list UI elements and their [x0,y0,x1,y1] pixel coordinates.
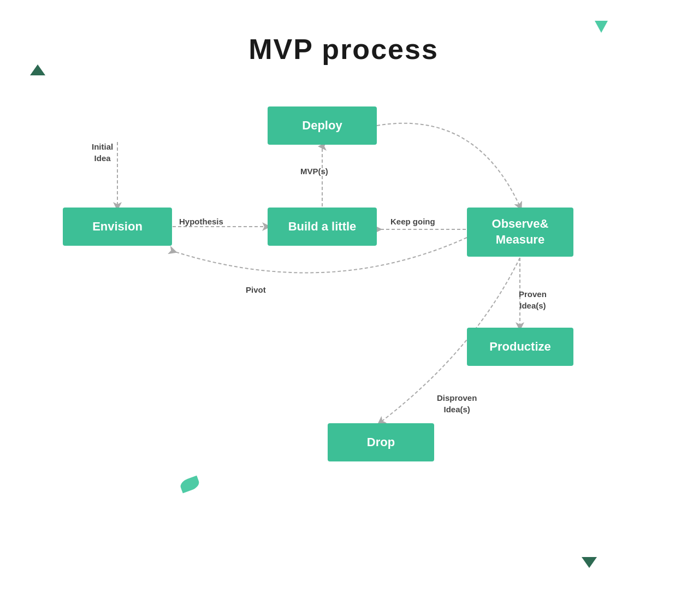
label-hypothesis: Hypothesis [179,217,223,226]
deco-triangle-top-left [30,64,45,75]
node-productize: Productize [467,328,573,366]
node-deploy: Deploy [268,106,377,145]
node-envision: Envision [63,208,172,246]
label-pivot: Pivot [246,285,266,294]
label-disproven-ideas: Disproven Idea(s) [437,392,477,415]
deco-triangle-bottom-right [582,557,597,568]
deco-arc-bottom-left [0,517,99,616]
deco-triangle-top-right [595,21,608,33]
arrows-diagram [0,0,687,616]
node-observe: Observe& Measure [467,208,573,257]
label-initial-idea: Initial Idea [92,141,113,164]
label-mvps: MVP(s) [300,167,328,176]
deco-leaf-bottom-left [179,476,200,494]
label-proven-ideas: Proven Idea(s) [519,288,547,311]
label-keep-going: Keep going [390,217,435,226]
page-title: MVP process [0,33,687,66]
node-build: Build a little [268,208,377,246]
node-drop: Drop [328,423,434,461]
